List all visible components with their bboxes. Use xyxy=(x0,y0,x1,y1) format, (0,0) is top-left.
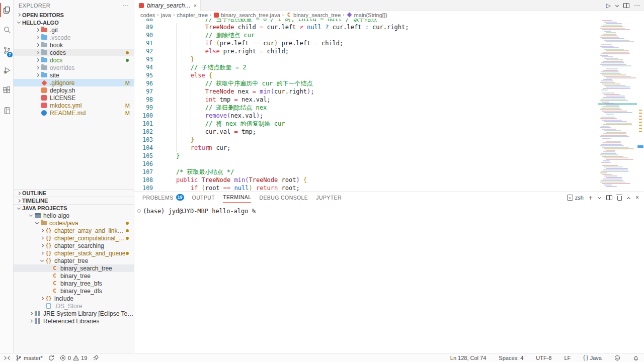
tree-item-readme-md[interactable]: README.mdM xyxy=(14,109,134,117)
code-line-106[interactable]: 106 xyxy=(134,160,598,168)
git-branch-item[interactable]: master* xyxy=(16,355,43,361)
chevron-right-icon[interactable] xyxy=(39,242,45,249)
chevron-down-icon[interactable] xyxy=(16,19,22,26)
line-number[interactable]: 98 xyxy=(134,96,153,104)
remote-indicator[interactable] xyxy=(4,355,10,361)
terminal-dropdown-icon[interactable] xyxy=(598,196,601,200)
tree-item-license[interactable]: LICENSE xyxy=(14,94,134,102)
chevron-down-icon[interactable] xyxy=(28,212,34,219)
tree-item-chapter-searching[interactable]: {}chapter_searching xyxy=(14,242,134,249)
rocket-icon[interactable] xyxy=(93,355,99,361)
chevron-down-icon[interactable] xyxy=(16,205,22,212)
shell-selector[interactable]: > zsh xyxy=(567,195,584,201)
tree-item-include[interactable]: {}include xyxy=(14,295,134,302)
tree-item-hello-algo[interactable]: hello-algo xyxy=(14,212,134,219)
split-terminal-icon[interactable] xyxy=(606,195,612,200)
chevron-right-icon[interactable] xyxy=(34,64,41,71)
chevron-right-icon[interactable] xyxy=(39,250,45,256)
line-number[interactable]: 96 xyxy=(134,79,153,87)
code-line-96[interactable]: 96 // 获取中序遍历中 cur 的下一个结点 xyxy=(134,79,598,87)
encoding[interactable]: UTF-8 xyxy=(536,355,551,361)
language-mode[interactable]: { } Java xyxy=(583,355,602,361)
terminal-content[interactable]: (base) jyd@JYD-MBP hello-algo % xyxy=(134,203,644,215)
code-line-99[interactable]: 99 // 递归删除结点 nex xyxy=(134,104,598,112)
code-line-98[interactable]: 98 int tmp = nex.val; xyxy=(134,96,598,104)
tree-item-docs[interactable]: docs xyxy=(14,56,134,64)
code-line-89[interactable]: 89 TreeNode child = cur.left ≠ null ? cu… xyxy=(134,23,598,31)
tree-item-jre-system-library-eclipse-temurin-17-17[interactable]: JRE System Library [Eclipse Temurin 17 [… xyxy=(14,310,134,317)
activity-explorer-icon[interactable] xyxy=(0,0,14,20)
activity-search-icon[interactable] xyxy=(0,20,14,40)
activity-notebook-icon[interactable] xyxy=(0,101,14,121)
tree-item-deploy-sh[interactable]: deploy.sh xyxy=(14,86,134,94)
line-number[interactable]: 102 xyxy=(134,128,153,136)
tree-item-open-editors[interactable]: OPEN EDITORS xyxy=(14,11,134,19)
code-line-104[interactable]: 104 return cur; xyxy=(134,144,598,152)
breadcrumb-chapter-tree[interactable]: chapter_tree xyxy=(177,12,208,18)
run-button[interactable]: ▷ xyxy=(606,2,611,9)
tab-binary-search-tree[interactable]: binary_search_tree.java × xyxy=(134,0,201,11)
line-number[interactable]: 103 xyxy=(134,136,153,144)
panel-tab-output[interactable]: OUTPUT xyxy=(192,192,215,203)
code-line-91[interactable]: 91 if (pre.left == cur) pre.left = child… xyxy=(134,39,598,47)
code-line-105[interactable]: 105 } xyxy=(134,152,598,160)
line-number[interactable]: 94 xyxy=(134,63,153,71)
indentation[interactable]: Spaces: 4 xyxy=(499,355,523,361)
line-number[interactable]: 88 xyxy=(134,19,153,23)
tree-item-hello-algo[interactable]: HELLO-ALGO xyxy=(14,19,134,26)
panel-tab-debug-console[interactable]: DEBUG CONSOLE xyxy=(259,192,308,203)
chevron-right-icon[interactable] xyxy=(28,318,34,324)
line-number[interactable]: 97 xyxy=(134,87,153,96)
editor-more-icon[interactable]: ⋯ xyxy=(634,2,640,9)
panel-tab-problems[interactable]: PROBLEMS19 xyxy=(142,192,184,203)
eol-sequence[interactable]: LF xyxy=(564,355,571,361)
tree-item--ds-store[interactable]: .DS_Store xyxy=(14,302,134,310)
tree-item-chapter-array-and-linkedlist[interactable]: {}chapter_array_and_linkedlist xyxy=(14,227,134,234)
chevron-down-icon[interactable] xyxy=(39,257,45,264)
problems-item[interactable]: 0 19 xyxy=(60,355,87,361)
tree-item-mkdocs-yml[interactable]: mkdocs.ymlM xyxy=(14,102,134,109)
line-number[interactable]: 104 xyxy=(134,144,153,152)
code-line-88[interactable]: 88 // 当子结点数量 = 0 / 1 时, child = null / 该… xyxy=(134,19,598,23)
chevron-right-icon[interactable] xyxy=(34,27,41,33)
tree-item-java-projects[interactable]: JAVA PROJECTS xyxy=(14,204,134,212)
chevron-right-icon[interactable] xyxy=(34,34,41,41)
chevron-right-icon[interactable] xyxy=(34,72,41,78)
line-number[interactable]: 93 xyxy=(134,55,153,63)
line-number[interactable]: 89 xyxy=(134,23,153,31)
tree-item-chapter-tree[interactable]: {}chapter_tree xyxy=(14,257,134,264)
more-actions-icon[interactable]: ⋯ xyxy=(123,2,129,9)
code-line-93[interactable]: 93 } xyxy=(134,55,598,63)
new-terminal-icon[interactable]: + xyxy=(589,194,593,202)
tree-item-outline[interactable]: OUTLINE xyxy=(14,189,134,197)
code-line-107[interactable]: 107 /* 获取最小结点 */ xyxy=(134,168,598,176)
line-number[interactable]: 90 xyxy=(134,31,153,39)
chevron-right-icon[interactable] xyxy=(34,49,41,56)
line-number[interactable]: 92 xyxy=(134,47,153,55)
code-line-92[interactable]: 92 else pre.right = child; xyxy=(134,47,598,55)
tree-item-chapter-computational-complexity[interactable]: {}chapter_computational_complexity xyxy=(14,234,134,242)
tree-item-site[interactable]: site xyxy=(14,71,134,79)
chevron-right-icon[interactable] xyxy=(28,310,34,317)
maximize-panel-icon[interactable] xyxy=(627,196,630,200)
feedback-icon[interactable] xyxy=(614,355,620,361)
chevron-right-icon[interactable] xyxy=(16,198,22,204)
code-line-95[interactable]: 95 else { xyxy=(134,71,598,79)
tree-item-codes[interactable]: codes xyxy=(14,49,134,56)
line-number[interactable]: 107 xyxy=(134,168,153,176)
tree-item--git[interactable]: .git xyxy=(14,26,134,34)
chevron-right-icon[interactable] xyxy=(16,190,22,197)
tree-item-binary-search-tree[interactable]: Cbinary_search_tree xyxy=(14,264,134,272)
run-dropdown-icon[interactable] xyxy=(615,4,619,8)
line-number[interactable]: 101 xyxy=(134,120,153,128)
tree-item-timeline[interactable]: TIMELINE xyxy=(14,197,134,204)
activity-extensions-icon[interactable] xyxy=(0,80,14,101)
chevron-right-icon[interactable] xyxy=(39,227,45,234)
close-panel-icon[interactable]: × xyxy=(635,194,639,201)
breadcrumb-java[interactable]: java xyxy=(161,12,171,18)
code-line-97[interactable]: 97 TreeNode nex = min(cur.right); xyxy=(134,87,598,96)
minimap[interactable] xyxy=(598,19,637,192)
tree-item-binary-tree[interactable]: Cbinary_tree xyxy=(14,272,134,280)
chevron-right-icon[interactable] xyxy=(34,42,41,48)
tree-item-chapter-stack-and-queue[interactable]: {}chapter_stack_and_queue xyxy=(14,249,134,257)
